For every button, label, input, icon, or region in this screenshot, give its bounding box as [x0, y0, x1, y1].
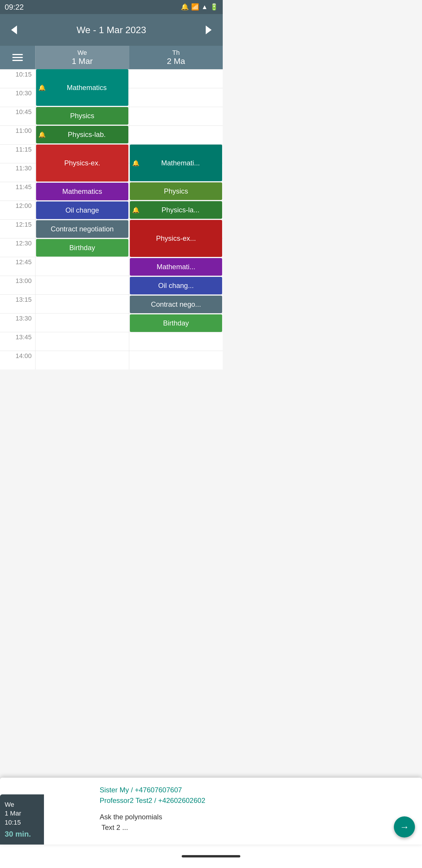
next-button[interactable] — [197, 18, 220, 42]
popup-description: Ask the polynomials Text 2 ... — [100, 812, 223, 833]
event-physics-lab-thu[interactable]: 🔔 Physics-la... — [130, 201, 222, 219]
event-label: Physics-lab. — [47, 130, 126, 139]
time-slot-1015: 10:15 — [0, 69, 35, 88]
day-date-wed: 1 Mar — [72, 57, 93, 66]
event-physics-lab-1[interactable]: 🔔 Physics-lab. — [36, 126, 128, 144]
day-header-row: We 1 Mar Th 2 Ma — [0, 46, 223, 69]
bell-icon: 🔔 — [38, 84, 46, 91]
notification-icon: 🔔 — [181, 3, 189, 11]
event-mathematics-2[interactable]: Mathematics — [36, 183, 128, 200]
event-label: Mathemati... — [132, 263, 220, 271]
event-label: Oil change — [38, 206, 126, 214]
menu-button[interactable] — [0, 46, 35, 69]
event-birthday-1[interactable]: Birthday — [36, 239, 128, 256]
wifi-icon: 📶 — [191, 3, 199, 11]
popup-date: We1 Mar10:15 — [5, 800, 39, 827]
event-label: Oil chang... — [132, 281, 220, 290]
popup-card: We1 Mar10:15 30 min. Sister My / +476076… — [0, 778, 223, 844]
time-column: 10:15 10:30 10:45 11:00 11:15 11:30 11:4… — [0, 69, 35, 370]
event-label: Contract nego... — [132, 300, 220, 309]
day-weekday-thu: Th — [172, 49, 180, 57]
bottom-bar — [0, 844, 223, 868]
time-slot-1045: 10:45 — [0, 107, 35, 125]
event-mathematics-thu-2[interactable]: Mathemati... — [130, 258, 222, 276]
event-label: Physics — [38, 112, 126, 120]
time-slot-1115: 11:15 — [0, 144, 35, 163]
bell-icon: 🔔 — [132, 159, 139, 166]
svg-marker-1 — [206, 26, 212, 34]
event-label: Physics-ex. — [38, 159, 126, 167]
status-bar: 09:22 🔔 📶 ▲ 🔋 — [0, 0, 223, 14]
bell-icon: 🔔 — [38, 131, 46, 138]
popup-date-text: We1 Mar10:15 — [5, 801, 21, 826]
day-column-wed: 🔔 Mathematics Physics 🔔 Physics-lab. Phy… — [35, 69, 129, 370]
event-contract-negotiation-1[interactable]: Contract negotiation — [36, 220, 128, 238]
event-physics-ex-thu[interactable]: Physics-ex... — [130, 220, 222, 257]
time-slot-1215: 12:15 — [0, 219, 35, 238]
event-label: Physics-ex... — [132, 234, 220, 243]
next-arrow-icon — [203, 24, 215, 36]
popup-contacts: Sister My / +47607607607 Professor2 Test… — [100, 785, 223, 806]
event-oil-change-1[interactable]: Oil change — [36, 202, 128, 219]
event-physics-1[interactable]: Physics — [36, 107, 128, 125]
svg-marker-0 — [11, 26, 17, 34]
time-slot-1030: 10:30 — [0, 88, 35, 107]
event-mathematics-1[interactable]: 🔔 Mathematics — [36, 69, 128, 106]
time-slot-1100: 11:00 — [0, 125, 35, 144]
time-slot-1130: 11:30 — [0, 163, 35, 182]
event-label: Physics-la... — [141, 206, 220, 214]
hamburger-icon — [12, 54, 23, 61]
event-oil-change-thu[interactable]: Oil chang... — [130, 277, 222, 294]
popup-overlay: We1 Mar10:15 30 min. Sister My / +476076… — [0, 778, 223, 844]
time-slot-1245: 12:45 — [0, 257, 35, 276]
calendar-main: 10:15 10:30 10:45 11:00 11:15 11:30 11:4… — [0, 69, 223, 370]
time-slot-1315: 13:15 — [0, 294, 35, 313]
prev-arrow-icon — [8, 24, 20, 36]
day-column-thu: 🔔 Mathemati... Physics 🔔 Physics-la... P… — [129, 69, 223, 370]
event-birthday-thu[interactable]: Birthday — [130, 314, 222, 332]
nav-title: We - 1 Mar 2023 — [26, 25, 197, 35]
time-slot-1300: 13:00 — [0, 276, 35, 294]
event-mathematics-thu[interactable]: 🔔 Mathemati... — [130, 145, 222, 181]
popup-duration: 30 min. — [5, 830, 39, 839]
day-date-thu: 2 Ma — [167, 57, 185, 66]
day-header-thu[interactable]: Th 2 Ma — [129, 46, 223, 69]
event-label: Mathemati... — [141, 159, 220, 167]
day-weekday-wed: We — [77, 49, 87, 57]
event-label: Mathematics — [47, 84, 126, 92]
bell-icon: 🔔 — [132, 207, 139, 214]
event-label: Mathematics — [38, 187, 126, 195]
event-label: Birthday — [38, 244, 126, 252]
event-label: Contract negotiation — [38, 225, 126, 233]
time-slot-1330: 13:30 — [0, 313, 35, 332]
event-label: Birthday — [132, 319, 220, 327]
time-slot-1145: 11:45 — [0, 182, 35, 200]
event-label: Physics — [132, 187, 220, 195]
status-icons: 🔔 📶 ▲ 🔋 — [181, 3, 218, 11]
time-slot-1200: 12:00 — [0, 200, 35, 219]
day-columns: 🔔 Mathematics Physics 🔔 Physics-lab. Phy… — [35, 69, 223, 370]
status-time: 09:22 — [5, 3, 24, 12]
day-header-wed[interactable]: We 1 Mar — [35, 46, 129, 69]
battery-icon: 🔋 — [210, 3, 218, 11]
event-physics-thu[interactable]: Physics — [130, 182, 222, 200]
popup-content: Sister My / +47607607607 Professor2 Test… — [100, 785, 223, 837]
event-contract-thu[interactable]: Contract nego... — [130, 296, 222, 313]
event-physics-ex-1[interactable]: Physics-ex. — [36, 145, 128, 182]
home-indicator — [182, 855, 223, 858]
nav-header: We - 1 Mar 2023 — [0, 14, 223, 46]
time-slot-1230: 12:30 — [0, 238, 35, 257]
signal-icon: ▲ — [201, 3, 208, 11]
prev-button[interactable] — [2, 18, 26, 42]
time-slot-1400: 14:00 — [0, 351, 35, 370]
popup-left-panel: We1 Mar10:15 30 min. — [0, 795, 44, 844]
time-slot-1345: 13:45 — [0, 332, 35, 351]
